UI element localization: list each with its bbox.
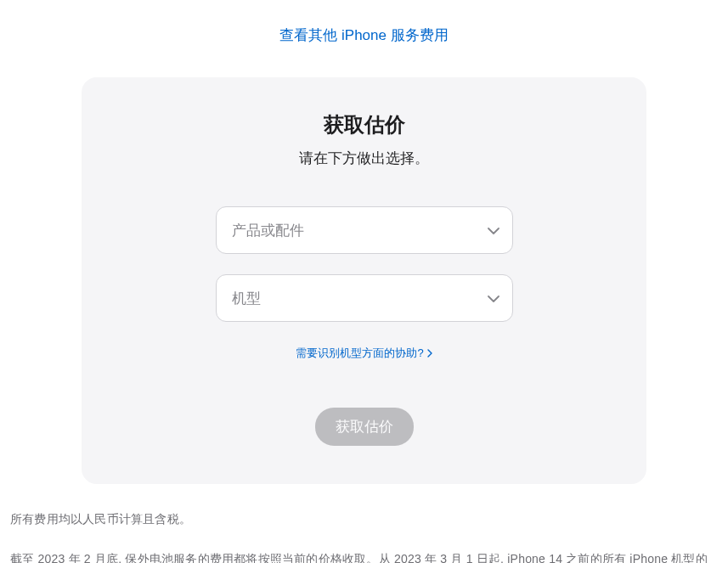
model-select[interactable]: 机型 <box>216 274 513 322</box>
help-link-text: 需要识别机型方面的协助? <box>296 346 423 361</box>
estimate-card: 获取估价 请在下方做出选择。 产品或配件 机型 需要识别机型方面的协助? 获取 <box>82 77 646 484</box>
card-title: 获取估价 <box>107 111 621 138</box>
product-select[interactable]: 产品或配件 <box>216 206 513 254</box>
model-select-placeholder: 机型 <box>232 289 261 308</box>
card-subtitle: 请在下方做出选择。 <box>107 149 621 168</box>
model-select-wrap: 机型 <box>216 274 513 322</box>
view-other-services-link[interactable]: 查看其他 iPhone 服务费用 <box>8 0 720 62</box>
currency-note: 所有费用均以人民币计算且含税。 <box>10 508 718 531</box>
identify-model-help-link[interactable]: 需要识别机型方面的协助? <box>107 342 621 361</box>
product-select-placeholder: 产品或配件 <box>232 221 304 240</box>
price-change-note: 截至 2023 年 2 月底, 保外电池服务的费用都将按照当前的价格收取。从 2… <box>10 548 718 563</box>
get-estimate-button[interactable]: 获取估价 <box>315 408 414 446</box>
chevron-right-icon <box>427 349 432 358</box>
price-note-prefix: 截至 2023 年 2 月底, 保外电池服务的费用都将按照当前的价格收取。从 2… <box>10 552 708 563</box>
product-select-wrap: 产品或配件 <box>216 206 513 254</box>
